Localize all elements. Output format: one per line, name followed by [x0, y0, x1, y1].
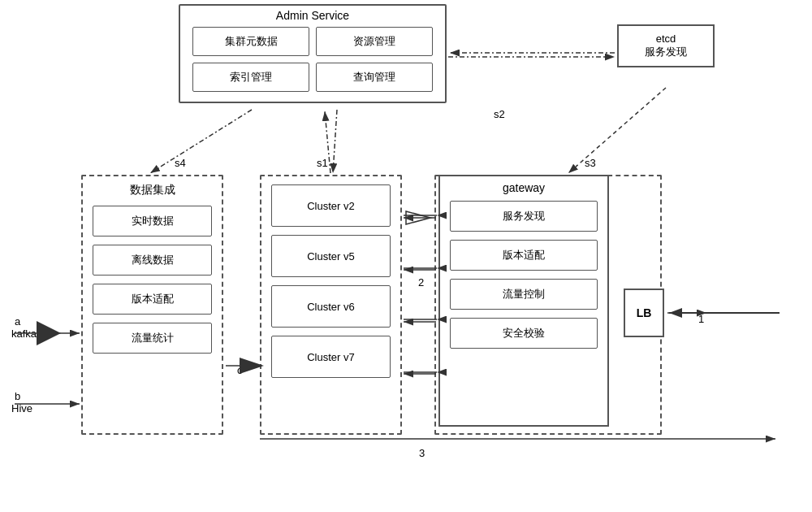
- admin-service-box: Admin Service 集群元数据 资源管理 索引管理 查询管理: [179, 4, 447, 103]
- gateway-item-1: 版本适配: [450, 240, 598, 271]
- data-item-0: 实时数据: [93, 206, 212, 236]
- data-integration-box: 数据集成 实时数据 离线数据 版本适配 流量统计: [81, 175, 223, 435]
- cluster-v7: Cluster v7: [271, 336, 391, 378]
- diagram: Admin Service 集群元数据 资源管理 索引管理 查询管理 etcd …: [0, 0, 812, 512]
- data-items: 实时数据 离线数据 版本适配 流量统计: [83, 206, 222, 363]
- label-num3: 3: [419, 447, 425, 459]
- cluster-v6: Cluster v6: [271, 285, 391, 328]
- data-item-2: 版本适配: [93, 284, 212, 315]
- etcd-line1: etcd: [623, 33, 709, 45]
- label-num2: 2: [418, 276, 424, 289]
- label-num1: 1: [698, 313, 704, 325]
- label-kafka: kafka: [11, 328, 37, 340]
- cluster-v5: Cluster v5: [271, 235, 391, 277]
- clusters-box: Cluster v2 Cluster v5 Cluster v6 Cluster…: [260, 175, 402, 435]
- label-s2: s2: [494, 108, 505, 120]
- admin-service-title: Admin Service: [180, 6, 445, 27]
- label-b: b: [15, 390, 20, 402]
- lb-box: LB: [624, 289, 664, 337]
- svg-line-5: [333, 110, 337, 173]
- admin-item-0: 集群元数据: [192, 27, 309, 56]
- svg-line-9: [568, 88, 666, 173]
- label-hive: Hive: [11, 402, 32, 414]
- label-c: c: [237, 364, 243, 376]
- data-item-1: 离线数据: [93, 245, 212, 276]
- gateway-inner-box: gateway 服务发现 版本适配 流量控制 安全校验: [438, 175, 609, 427]
- etcd-box: etcd 服务发现: [617, 24, 715, 67]
- gateway-item-0: 服务发现: [450, 201, 598, 232]
- label-s4: s4: [175, 157, 186, 169]
- gateway-title: gateway: [440, 176, 607, 201]
- cluster-v2: Cluster v2: [271, 184, 391, 227]
- admin-item-2: 索引管理: [192, 63, 309, 92]
- label-s3: s3: [585, 157, 596, 169]
- etcd-line2: 服务发现: [623, 45, 709, 59]
- svg-marker-10: [37, 321, 61, 345]
- data-item-3: 流量统计: [93, 323, 212, 354]
- label-a: a: [15, 315, 20, 328]
- gateway-item-3: 安全校验: [450, 318, 598, 349]
- svg-marker-19: [406, 211, 430, 224]
- svg-line-4: [150, 110, 252, 173]
- gateway-items: 服务发现 版本适配 流量控制 安全校验: [440, 201, 607, 358]
- admin-item-3: 查询管理: [316, 63, 433, 92]
- gateway-item-2: 流量控制: [450, 279, 598, 310]
- admin-service-grid: 集群元数据 资源管理 索引管理 查询管理: [180, 27, 445, 102]
- clusters-items: Cluster v2 Cluster v5 Cluster v6 Cluster…: [261, 176, 400, 388]
- data-integration-title: 数据集成: [83, 176, 222, 206]
- label-s1: s1: [317, 157, 328, 169]
- admin-item-1: 资源管理: [316, 27, 433, 56]
